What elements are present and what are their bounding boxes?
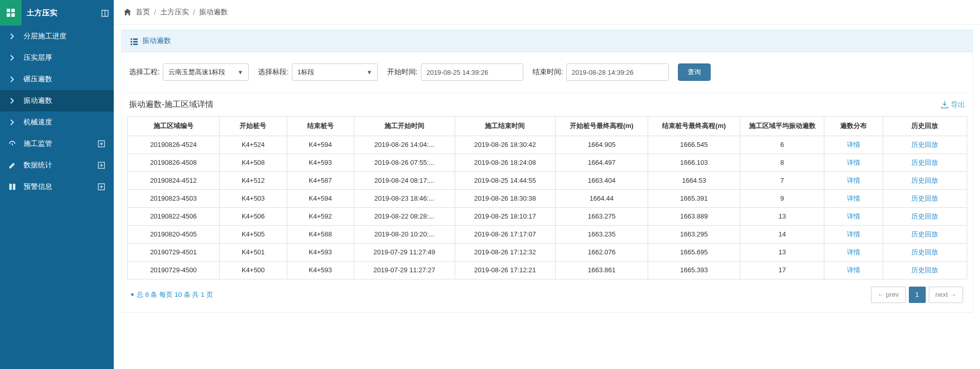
sidebar-item-label: 预警信息 <box>24 182 89 191</box>
main-content: 首页 / 土方压实 / 振动遍数 振动遍数 选择工程: 云南玉楚高速1标段 ▼ <box>114 0 980 369</box>
table-cell: 1665.695 <box>648 243 740 261</box>
history-link[interactable]: 历史回放 <box>883 243 967 261</box>
table-cell: K4+506 <box>220 207 287 225</box>
detail-link[interactable]: 详情 <box>824 189 883 207</box>
breadcrumb-home[interactable]: 首页 <box>136 8 150 17</box>
table-header: 结束桩号最终高程(m) <box>648 117 740 136</box>
history-link[interactable]: 历史回放 <box>883 136 967 154</box>
table-cell: 20190729-4501 <box>127 243 220 261</box>
table-cell: 9 <box>740 189 824 207</box>
history-link[interactable]: 历史回放 <box>883 189 967 207</box>
sidebar-item-2[interactable]: 碾压遍数 <box>0 69 114 90</box>
history-link[interactable]: 历史回放 <box>883 154 967 171</box>
table-cell: K4+524 <box>220 136 287 154</box>
svg-rect-12 <box>9 184 12 190</box>
expand-icon <box>97 139 105 148</box>
home-icon[interactable] <box>123 8 132 16</box>
breadcrumb-l1[interactable]: 土方压实 <box>160 8 189 17</box>
table-header: 施工结束时间 <box>455 117 556 136</box>
breadcrumb-l2: 振动遍数 <box>199 8 228 17</box>
dashboard-icon <box>8 140 15 148</box>
sidebar-item-3[interactable]: 振动遍数 <box>0 90 114 112</box>
detail-link[interactable]: 详情 <box>824 225 883 243</box>
edit-icon <box>8 161 15 169</box>
table-cell: 1664.497 <box>556 154 648 171</box>
table-cell: K4+593 <box>287 154 354 171</box>
sidebar-item-6[interactable]: 数据统计 <box>0 155 114 176</box>
svg-rect-1 <box>11 9 15 12</box>
select-section[interactable]: 1标段 ▼ <box>292 63 378 81</box>
sidebar-item-label: 振动遍数 <box>24 96 105 105</box>
page-prev-button[interactable]: ← prev <box>871 287 906 303</box>
table-cell: 13 <box>740 243 824 261</box>
breadcrumb: 首页 / 土方压实 / 振动遍数 <box>114 0 980 25</box>
footer-info-text: 总 8 条 每页 10 条 共 1 页 <box>137 290 213 299</box>
detail-link[interactable]: 详情 <box>824 243 883 261</box>
query-button[interactable]: 查询 <box>678 63 711 81</box>
table-cell: K4+512 <box>220 171 287 189</box>
table-row: 20190823-4503K4+503K4+5942019-08-23 18:4… <box>127 189 967 207</box>
sidebar-item-label: 碾压遍数 <box>24 75 105 84</box>
expand-icon <box>97 182 105 191</box>
history-link[interactable]: 历史回放 <box>883 171 967 189</box>
sidebar-collapse-toggle[interactable] <box>99 8 114 17</box>
table-row: 20190820-4505K4+505K4+5882019-08-20 10:2… <box>127 225 967 243</box>
detail-link[interactable]: 详情 <box>824 261 883 279</box>
table-cell: 1663.861 <box>556 261 648 279</box>
select-project[interactable]: 云南玉楚高速1标段 ▼ <box>163 63 249 81</box>
table-header: 施工区域编号 <box>127 117 220 136</box>
sidebar-item-4[interactable]: 机械速度 <box>0 112 114 133</box>
table-cell: 2019-08-26 17:17:07 <box>455 225 556 243</box>
table-cell: K4+588 <box>287 225 354 243</box>
sidebar-item-label: 机械速度 <box>24 118 105 127</box>
sidebar-item-5[interactable]: 施工监管 <box>0 133 114 155</box>
table-cell: 17 <box>740 261 824 279</box>
table-cell: 2019-08-26 17:12:32 <box>455 243 556 261</box>
table-footer: 总 8 条 每页 10 条 共 1 页 ← prev 1 next → <box>127 279 967 307</box>
bullet-icon <box>131 293 134 296</box>
history-link[interactable]: 历史回放 <box>883 207 967 225</box>
filter-bar: 选择工程: 云南玉楚高速1标段 ▼ 选择标段: 1标段 ▼ 开始时间: <box>127 63 967 93</box>
history-link[interactable]: 历史回放 <box>883 261 967 279</box>
table-cell: 2019-08-22 08:28:... <box>354 207 455 225</box>
table-row: 20190729-4501K4+501K4+5932019-07-29 11:2… <box>127 243 967 261</box>
detail-link[interactable]: 详情 <box>824 171 883 189</box>
sidebar-item-1[interactable]: 压实层厚 <box>0 47 114 69</box>
table-cell: 2019-08-24 08:17:... <box>354 171 455 189</box>
sidebar-item-0[interactable]: 分层施工进度 <box>0 26 114 47</box>
page-1-button[interactable]: 1 <box>909 287 926 303</box>
history-link[interactable]: 历史回放 <box>883 225 967 243</box>
detail-link[interactable]: 详情 <box>824 207 883 225</box>
detail-link[interactable]: 详情 <box>824 154 883 171</box>
select-project-value: 云南玉楚高速1标段 <box>168 68 225 77</box>
table-cell: 1664.905 <box>556 136 648 154</box>
table-cell: 1666.545 <box>648 136 740 154</box>
table-cell: 1663.889 <box>648 207 740 225</box>
table-cell: 8 <box>740 154 824 171</box>
table-cell: 1663.404 <box>556 171 648 189</box>
table-row: 20190826-4524K4+524K4+5942019-08-26 14:0… <box>127 136 967 154</box>
svg-rect-22 <box>133 44 138 45</box>
table-cell: K4+508 <box>220 154 287 171</box>
export-label: 导出 <box>951 100 965 110</box>
chevron-down-icon: ▼ <box>238 69 243 75</box>
input-end-time[interactable]: 2019-08-28 14:39:26 <box>566 63 669 81</box>
sidebar-item-7[interactable]: 预警信息 <box>0 176 114 198</box>
input-start-time[interactable]: 2019-08-25 14:39:26 <box>421 63 523 81</box>
sidebar-item-label: 压实层厚 <box>24 53 105 62</box>
module-icon <box>0 0 22 26</box>
panel-header: 振动遍数 <box>121 30 973 52</box>
detail-link[interactable]: 详情 <box>824 136 883 154</box>
input-start-time-value: 2019-08-25 14:39:26 <box>427 69 488 76</box>
export-button[interactable]: 导出 <box>941 100 965 110</box>
table-cell: 1665.393 <box>648 261 740 279</box>
filter-start-label: 开始时间: <box>387 68 418 77</box>
table-cell: K4+593 <box>287 243 354 261</box>
page-next-button[interactable]: next → <box>929 287 963 303</box>
panel-title: 振动遍数 <box>142 36 171 46</box>
chevron-right-icon <box>8 118 15 126</box>
table-cell: K4+501 <box>220 243 287 261</box>
table-cell: 2019-07-29 11:27:27 <box>354 261 455 279</box>
table-cell: K4+505 <box>220 225 287 243</box>
list-icon <box>130 36 138 45</box>
